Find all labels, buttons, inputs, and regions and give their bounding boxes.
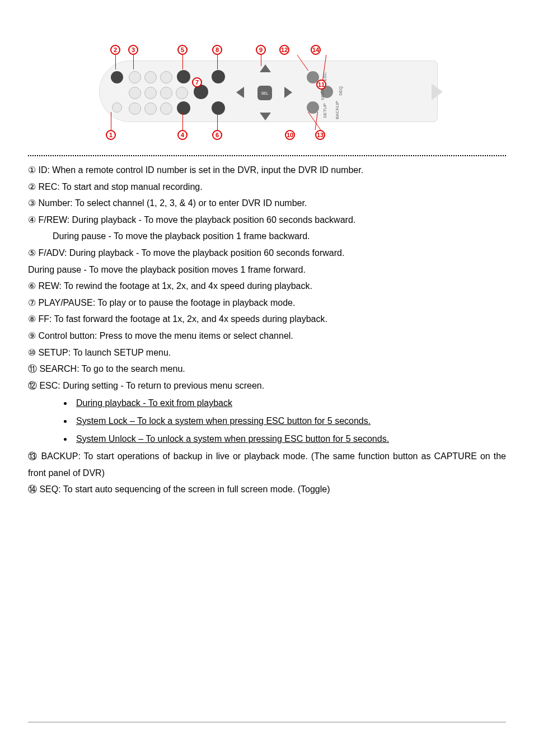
callout-2: 2 xyxy=(110,45,120,55)
callout-1: 1 xyxy=(106,130,116,140)
num1-button-icon xyxy=(129,71,141,83)
lead-1 xyxy=(111,112,111,130)
arrow-right-icon xyxy=(284,87,292,98)
callout-12: 12 xyxy=(279,45,289,55)
item-8: ⑧ FF: To fast forward the footage at 1x,… xyxy=(28,311,506,328)
item-12: ⑫ ESC: During setting - To return to pre… xyxy=(28,377,506,394)
bullet-lock: System Lock – To lock a system when pres… xyxy=(73,413,506,430)
num4-button-icon xyxy=(129,87,141,99)
item-13: ⑬ BACKUP: To start operations of backup … xyxy=(28,448,506,481)
item-10: ⑩ SETUP: To launch SETUP menu. xyxy=(28,344,506,361)
num3-button-icon xyxy=(160,71,172,83)
arrow-up-icon xyxy=(260,64,271,72)
item-6: ⑥ REW: To rewind the footage at 1x, 2x, … xyxy=(28,278,506,295)
backup-label: BACKUP xyxy=(335,101,340,119)
dpad-center-icon: SEL xyxy=(257,86,272,100)
callout-6: 6 xyxy=(212,130,222,140)
bullet-playback: During playback - To exit from playback xyxy=(73,395,506,412)
lead-4 xyxy=(182,113,183,130)
dpad: SEL xyxy=(236,64,292,120)
id-button-icon xyxy=(112,102,122,113)
rew-button-icon xyxy=(212,101,225,115)
callout-7: 7 xyxy=(192,77,202,87)
num5-button-icon xyxy=(144,87,157,99)
callout-11: 11 xyxy=(316,80,326,90)
callout-3: 3 xyxy=(128,45,138,55)
item-12-bullets: During playback - To exit from playback … xyxy=(28,395,506,447)
seq-label: SEQ xyxy=(338,86,343,96)
frew-button-icon xyxy=(177,101,190,115)
lead-6 xyxy=(217,113,218,130)
num6-button-icon xyxy=(160,87,172,99)
item-5-sub: During pause - To move the playback posi… xyxy=(28,262,506,278)
dotted-separator xyxy=(28,155,506,156)
lead-8 xyxy=(217,55,218,69)
callout-8: 8 xyxy=(212,45,222,55)
footer-divider xyxy=(28,722,506,722)
callout-5: 5 xyxy=(177,45,188,55)
item-9: ⑨ Control button: Press to move the menu… xyxy=(28,328,506,344)
item-1: ① ID: When a remote control ID number is… xyxy=(28,162,506,179)
item-5: ⑤ F/ADV: During playback - To move the p… xyxy=(28,245,506,262)
item-11: ⑪ SEARCH: To go to the search menu. xyxy=(28,361,506,377)
rec-button-icon xyxy=(111,71,123,83)
num2-button-icon xyxy=(144,71,157,83)
num9-button-icon xyxy=(160,102,172,115)
arrow-down-icon xyxy=(260,113,271,120)
lead-2 xyxy=(115,55,116,69)
callout-13: 13 xyxy=(315,130,325,140)
item-4: ④ F/REW: During playback - To move the p… xyxy=(28,212,506,228)
callout-14: 14 xyxy=(311,45,321,55)
setup-label: SETUP xyxy=(322,103,327,118)
item-4-sub: During pause - To move the playback posi… xyxy=(28,228,506,245)
bullet-unlock: System Unlock – To unlock a system when … xyxy=(73,431,506,447)
num8-button-icon xyxy=(144,102,157,115)
lead-3 xyxy=(133,55,134,69)
arrow-left-icon xyxy=(236,87,244,98)
remote-diagram: ESC SEARCH SEQ SETUP BACKUP SEL 2 3 5 8 … xyxy=(28,45,506,143)
diagram-canvas: ESC SEARCH SEQ SETUP BACKUP SEL 2 3 5 8 … xyxy=(88,45,446,143)
description-list: ① ID: When a remote control ID number is… xyxy=(28,162,506,498)
fadv-button-icon xyxy=(177,70,190,83)
num7-button-icon xyxy=(129,102,141,115)
num0-button-icon xyxy=(176,87,188,99)
lead-9 xyxy=(261,55,261,66)
item-3: ③ Number: To select channel (1, 2, 3, & … xyxy=(28,195,506,212)
lead-5 xyxy=(182,55,183,69)
callout-10: 10 xyxy=(285,130,295,140)
ff-button-icon xyxy=(212,70,225,83)
item-7: ⑦ PLAY/PAUSE: To play or to pause the fo… xyxy=(28,295,506,311)
item-2: ② REC: To start and stop manual recordin… xyxy=(28,179,506,195)
item-14: ⑭ SEQ: To start auto sequencing of the s… xyxy=(28,481,506,498)
callout-9: 9 xyxy=(256,45,266,55)
callout-4: 4 xyxy=(177,130,188,140)
